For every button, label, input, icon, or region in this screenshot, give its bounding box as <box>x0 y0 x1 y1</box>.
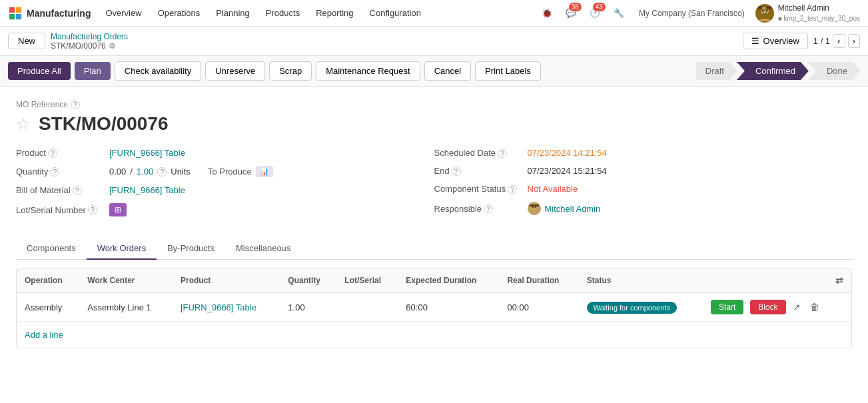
user-menu[interactable]: Mitchell Admin ■ kmp_2_test_may_30_pos <box>755 3 860 23</box>
user-sub: ■ kmp_2_test_may_30_pos <box>778 14 860 23</box>
delete-row-icon[interactable]: 🗑 <box>807 300 822 314</box>
breadcrumb-top[interactable]: Manufacturing Orders <box>51 32 128 41</box>
avatar <box>755 4 774 23</box>
gear-icon[interactable]: ⚙ <box>109 41 116 51</box>
col-lot-serial: Lot/Serial <box>336 268 398 293</box>
scheduled-date-label: Scheduled Date ? <box>434 148 528 158</box>
component-status-help-icon[interactable]: ? <box>508 185 517 194</box>
block-button[interactable]: Block <box>750 300 785 314</box>
wrench-icon-btn[interactable]: 🔧 <box>610 4 628 23</box>
svg-point-11 <box>532 206 534 208</box>
lot-serial-field-row: Lot/Serial Number ? ⊞ <box>16 203 408 216</box>
quantity-target[interactable]: 1.00 <box>137 167 153 177</box>
cell-lot-serial <box>336 293 398 322</box>
quantity-label: Quantity ? <box>16 167 109 177</box>
action-bar: Produce All Plan Check availability Unre… <box>0 56 868 87</box>
pagination: 1 / 1 ‹ › <box>813 34 860 48</box>
nav-reporting[interactable]: Reporting <box>309 5 360 21</box>
top-navigation: Manufacturing Overview Operations Planni… <box>0 0 868 27</box>
end-help-icon[interactable]: ? <box>452 167 461 176</box>
nav-overview[interactable]: Overview <box>99 5 148 21</box>
print-labels-button[interactable]: Print Labels <box>475 61 541 81</box>
overview-button[interactable]: ☰ Overview <box>743 33 808 49</box>
form-right: Scheduled Date ? 07/23/2024 14:21:54 End… <box>434 148 853 224</box>
cell-real-duration: 00:00 <box>499 293 578 322</box>
cell-expected-duration: 60:00 <box>398 293 499 322</box>
product-value[interactable]: [FURN_9666] Table <box>109 148 185 158</box>
scheduled-date-help-icon[interactable]: ? <box>498 149 507 158</box>
product-label: Product ? <box>16 148 109 158</box>
responsible-row: Mitchell Admin <box>528 202 601 215</box>
prev-page-button[interactable]: ‹ <box>833 34 845 48</box>
activity-icon-btn[interactable]: 🕐 43 <box>586 4 604 23</box>
breadcrumb-current: STK/MO/00076 <box>51 41 106 51</box>
external-link-icon[interactable]: ↗ <box>790 300 803 314</box>
quantity-row: 0.00 / 1.00 ? Units To Produce 📊 <box>109 166 273 177</box>
nav-operations[interactable]: Operations <box>151 5 207 21</box>
col-actions: ⇄ <box>703 268 851 293</box>
lot-serial-label: Lot/Serial Number ? <box>16 205 109 215</box>
cell-product[interactable]: [FURN_9666] Table <box>173 293 280 322</box>
plan-button[interactable]: Plan <box>75 62 111 80</box>
cancel-button[interactable]: Cancel <box>424 61 471 81</box>
qty-separator: / <box>130 167 133 177</box>
produce-chart-icon[interactable]: 📊 <box>256 166 273 177</box>
quantity-target-help-icon[interactable]: ? <box>157 167 167 177</box>
new-button[interactable]: New <box>8 33 45 49</box>
responsible-help-icon[interactable]: ? <box>484 204 493 213</box>
company-selector[interactable]: My Company (San Francisco) <box>634 6 750 21</box>
start-button[interactable]: Start <box>711 300 743 314</box>
check-availability-button[interactable]: Check availability <box>115 61 201 81</box>
nav-planning[interactable]: Planning <box>209 5 256 21</box>
status-done[interactable]: Done <box>808 62 861 80</box>
end-date-value: 07/23/2024 15:21:54 <box>528 166 607 176</box>
scrap-button[interactable]: Scrap <box>269 61 312 81</box>
tab-work-orders[interactable]: Work Orders <box>87 238 157 260</box>
lot-help-icon[interactable]: ? <box>88 205 97 214</box>
page-indicator: 1 / 1 <box>813 36 830 46</box>
lot-add-button[interactable]: ⊞ <box>109 203 127 216</box>
next-page-button[interactable]: › <box>848 34 860 48</box>
nav-configuration[interactable]: Configuration <box>363 5 428 21</box>
status-draft[interactable]: Draft <box>696 62 737 80</box>
responsible-value[interactable]: Mitchell Admin <box>545 204 601 214</box>
overview-label: Overview <box>763 36 799 46</box>
svg-point-5 <box>761 9 763 11</box>
user-name: Mitchell Admin <box>778 3 860 14</box>
quantity-help-icon[interactable]: ? <box>50 167 59 177</box>
tab-components[interactable]: Components <box>16 238 87 260</box>
sort-icon[interactable]: ⇄ <box>835 275 843 286</box>
favorite-star-icon[interactable]: ☆ <box>16 115 31 133</box>
responsible-avatar <box>528 202 541 215</box>
tab-miscellaneous[interactable]: Miscellaneous <box>225 238 301 260</box>
scheduled-date-value[interactable]: 07/23/2024 14:21:54 <box>528 148 607 158</box>
unreserve-button[interactable]: Unreserve <box>205 61 265 81</box>
mo-reference-help-icon[interactable]: ? <box>71 100 80 109</box>
svg-point-12 <box>535 206 536 208</box>
status-trail: Draft Confirmed Done <box>696 62 860 80</box>
bill-of-material-field-row: Bill of Material ? [FURN_9666] Table <box>16 185 408 195</box>
product-help-icon[interactable]: ? <box>48 149 57 158</box>
status-badge-waiting: Waiting for components <box>587 302 677 314</box>
bom-help-icon[interactable]: ? <box>73 186 82 195</box>
chat-badge: 38 <box>569 3 582 11</box>
work-orders-table-container: Operation Work Center Product Quantity L… <box>16 268 852 348</box>
maintenance-request-button[interactable]: Maintenance Request <box>316 61 420 81</box>
col-work-center: Work Center <box>79 268 173 293</box>
tab-by-products[interactable]: By-Products <box>157 238 225 260</box>
chat-icon-btn[interactable]: 💬 38 <box>562 4 580 23</box>
svg-rect-2 <box>9 13 15 19</box>
produce-all-button[interactable]: Produce All <box>8 62 71 80</box>
end-date-label: End ? <box>434 166 528 176</box>
app-name: Manufacturing <box>27 8 91 19</box>
status-confirmed[interactable]: Confirmed <box>737 62 809 80</box>
component-status-value: Not Available <box>528 184 578 194</box>
mo-title-row: ☆ STK/MO/00076 <box>16 113 852 135</box>
form-left: Product ? [FURN_9666] Table Quantity ? 0… <box>16 148 434 224</box>
nav-products[interactable]: Products <box>259 5 306 21</box>
col-operation: Operation <box>17 268 79 293</box>
bug-icon-btn[interactable]: 🐞 <box>538 4 556 23</box>
add-line-link[interactable]: Add a line <box>17 324 71 345</box>
bill-of-material-value[interactable]: [FURN_9666] Table <box>109 185 185 195</box>
form-grid: Product ? [FURN_9666] Table Quantity ? 0… <box>16 148 852 224</box>
